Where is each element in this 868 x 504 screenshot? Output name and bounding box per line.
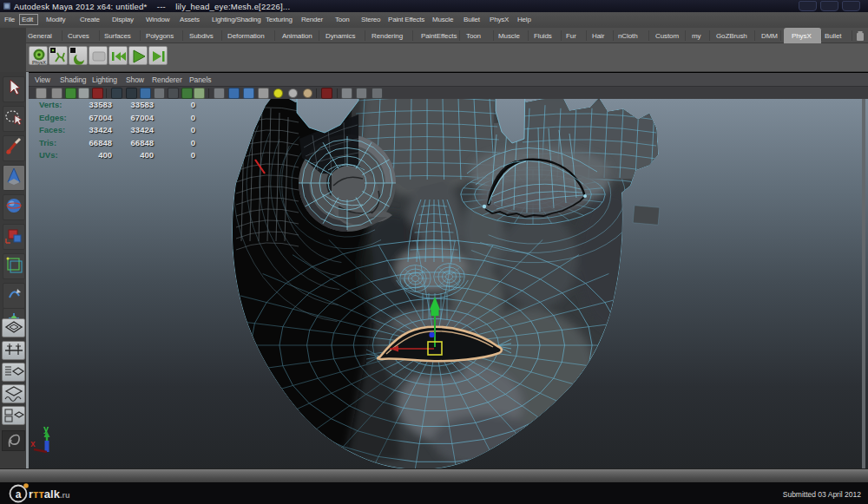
svg-text:rттalk.ru: rттalk.ru <box>29 488 69 501</box>
svg-text:PhysX: PhysX <box>32 60 46 65</box>
svg-text:a: a <box>16 488 22 501</box>
svg-text:x: x <box>30 439 36 448</box>
